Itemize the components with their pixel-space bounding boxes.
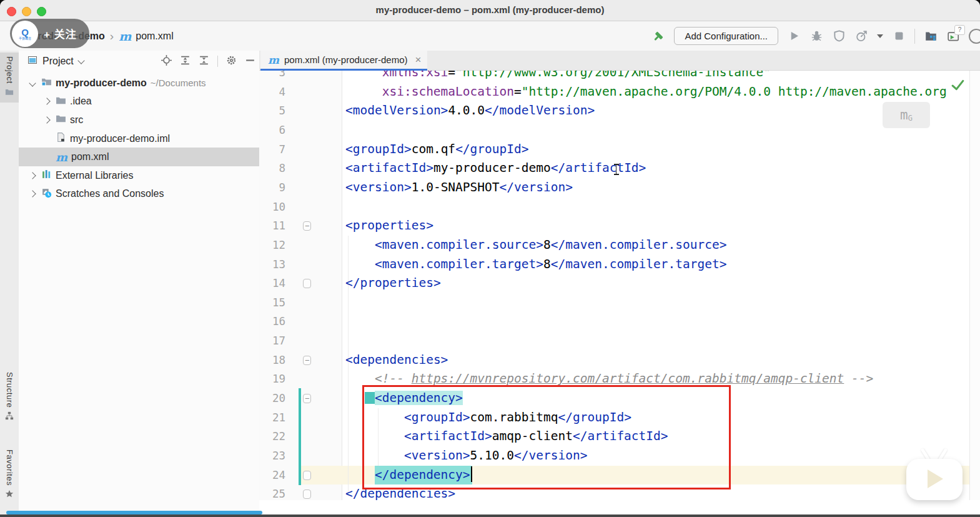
- line-number: 10: [259, 198, 285, 217]
- search-everywhere-icon[interactable]: [969, 29, 980, 44]
- build-project-button[interactable]: [651, 29, 665, 43]
- fold-marker-icon[interactable]: [303, 279, 311, 288]
- tool-window-button-favorites[interactable]: Favorites: [0, 446, 19, 504]
- tab-label: pom.xml (my-producer-demo): [284, 54, 408, 65]
- red-annotation-box: [362, 385, 731, 489]
- editor: m pom.xml (my-producer-demo) × 3xmlns:xs…: [259, 51, 980, 517]
- line-number: 15: [259, 293, 285, 313]
- line-number: 24: [259, 466, 285, 485]
- main-toolbar: my-producer-demo›mpom.xml Add Configurat…: [0, 21, 980, 51]
- profiler-button[interactable]: [854, 29, 868, 43]
- code-editor[interactable]: 3xmlns:xsi="http://www.w3.org/2001/XMLSc…: [259, 71, 980, 500]
- code-text: <maven.compiler.source>8</maven.compiler…: [375, 236, 727, 255]
- project-strip-label: Project: [5, 56, 14, 84]
- folder-project-icon: [41, 76, 52, 89]
- line-number: 7: [259, 140, 285, 159]
- collapse-all-button[interactable]: [199, 55, 209, 68]
- chevron-down-icon[interactable]: [27, 81, 37, 86]
- structure-icon: [5, 411, 14, 423]
- hide-panel-button[interactable]: [245, 55, 255, 68]
- code-line-16[interactable]: 16: [259, 312, 980, 331]
- code-line-7[interactable]: 7<groupId>com.qf</groupId>: [259, 140, 980, 159]
- text-cursor: [613, 163, 620, 176]
- tree-item-label: my-producer-demo: [56, 78, 147, 89]
- project-structure-button[interactable]: [924, 29, 938, 43]
- code-line-14[interactable]: 14</properties>: [259, 274, 980, 293]
- tree-item-label: External Libraries: [56, 170, 134, 181]
- favorites-strip-label: Favorites: [5, 449, 14, 486]
- code-line-17[interactable]: 17: [259, 331, 980, 351]
- sdk-setup-button[interactable]: ?: [946, 29, 960, 43]
- iml-file-icon: [56, 132, 66, 145]
- stop-button[interactable]: [892, 29, 906, 43]
- code-line-10[interactable]: 10: [259, 198, 980, 217]
- line-number: 3: [259, 71, 285, 83]
- line-number: 18: [259, 351, 285, 370]
- add-configuration-button[interactable]: Add Configuration...: [674, 27, 778, 45]
- chevron-down-icon[interactable]: [77, 57, 84, 64]
- code-line-18[interactable]: 18−<dependencies>: [259, 351, 980, 370]
- tree-item-my-producer-demo-iml[interactable]: my-producer-demo.iml: [19, 129, 259, 148]
- code-line-8[interactable]: 8<artifactId>my-producer-demo</artifactI…: [259, 159, 980, 178]
- fold-marker-icon[interactable]: −: [303, 221, 311, 231]
- tree-item-src[interactable]: src: [19, 111, 259, 129]
- tree-item-path: ~/Documents: [151, 78, 206, 88]
- tree-item-my-producer-demo[interactable]: my-producer-demo~/Documents: [19, 74, 259, 93]
- code-line-4[interactable]: 4xsi:schemaLocation="http://maven.apache…: [259, 83, 980, 102]
- fold-marker-icon[interactable]: −: [303, 356, 311, 365]
- tree-item--idea[interactable]: .idea: [19, 93, 259, 111]
- tree-item-pom-xml[interactable]: mpom.xml: [19, 148, 259, 166]
- project-tree: my-producer-demo~/Documents.ideasrcmy-pr…: [19, 74, 259, 203]
- run-button[interactable]: [787, 29, 801, 43]
- chevron-right-icon[interactable]: [27, 173, 37, 178]
- video-progress-bar[interactable]: [6, 511, 262, 514]
- code-text: <dependencies>: [345, 351, 448, 370]
- line-number: 9: [259, 178, 285, 198]
- bilibili-tv-play-icon[interactable]: [905, 440, 968, 503]
- close-tab-icon[interactable]: ×: [415, 54, 422, 66]
- panel-settings-button[interactable]: [226, 55, 237, 68]
- line-number: 16: [259, 312, 285, 331]
- maven-icon: m: [268, 54, 279, 66]
- code-line-3[interactable]: 3xmlns:xsi="http://www.w3.org/2001/XMLSc…: [259, 71, 980, 83]
- fold-marker-icon[interactable]: −: [303, 394, 311, 403]
- tree-item-external-libraries[interactable]: External Libraries: [19, 166, 259, 185]
- tool-window-button-structure[interactable]: Structure: [0, 368, 19, 426]
- tree-item-scratches-and-consoles[interactable]: Scratches and Consoles: [19, 185, 259, 204]
- title-bar: my-producer-demo – pom.xml (my-producer-…: [0, 0, 980, 21]
- chevron-right-icon[interactable]: [42, 99, 52, 104]
- question-badge: ?: [954, 25, 965, 35]
- code-line-12[interactable]: 12<maven.compiler.source>8</maven.compil…: [259, 236, 980, 255]
- fold-marker-icon[interactable]: [303, 489, 311, 499]
- chevron-right-icon[interactable]: [27, 191, 37, 196]
- code-line-13[interactable]: 13<maven.compiler.target>8</maven.compil…: [259, 255, 980, 274]
- structure-strip-label: Structure: [5, 372, 14, 408]
- run-with-coverage-button[interactable]: [832, 29, 846, 43]
- follow-label: + 关注: [44, 26, 77, 41]
- code-line-5[interactable]: 5<modelVersion>4.0.0</modelVersion>: [259, 101, 980, 121]
- code-line-6[interactable]: 6: [259, 121, 980, 140]
- follow-button[interactable]: Q 千锋教育 + 关注: [10, 19, 89, 48]
- code-text: <modelVersion>4.0.0</modelVersion>: [345, 101, 595, 121]
- player-bottom-edge: [0, 514, 980, 517]
- code-line-9[interactable]: 9<version>1.0-SNAPSHOT</version>: [259, 178, 980, 198]
- project-view-selector[interactable]: Project: [42, 56, 74, 67]
- window-title: my-producer-demo – pom.xml (my-producer-…: [0, 4, 980, 15]
- expand-all-button[interactable]: [180, 55, 191, 68]
- code-text: </properties>: [345, 274, 441, 293]
- code-line-15[interactable]: 15: [259, 293, 980, 313]
- chevron-right-icon[interactable]: [42, 118, 52, 123]
- debug-button[interactable]: [809, 29, 823, 43]
- chevron-down-icon[interactable]: [877, 34, 883, 38]
- line-number: 5: [259, 101, 285, 121]
- tab-pom-xml[interactable]: m pom.xml (my-producer-demo) ×: [260, 51, 427, 71]
- channel-avatar[interactable]: Q 千锋教育: [12, 21, 38, 47]
- maven-icon: m: [119, 29, 131, 43]
- locate-file-button[interactable]: [161, 55, 172, 68]
- code-line-11[interactable]: 11−<properties>: [259, 216, 980, 236]
- breadcrumb-item[interactable]: pom.xml: [136, 31, 173, 42]
- tool-window-button-project[interactable]: Project: [0, 53, 19, 103]
- fold-marker-icon[interactable]: [303, 471, 311, 480]
- line-number: 23: [259, 446, 285, 466]
- maven-icon: m: [56, 151, 67, 164]
